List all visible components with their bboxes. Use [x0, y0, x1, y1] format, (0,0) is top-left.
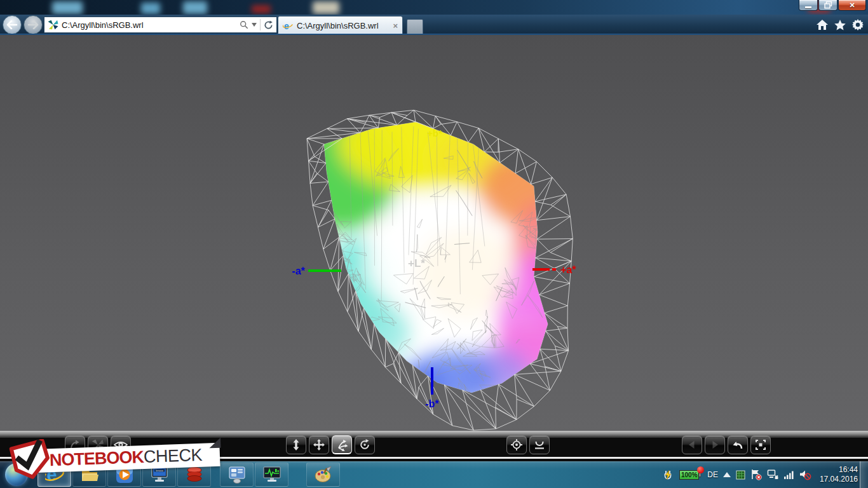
restore-icon — [824, 1, 832, 9]
study-icon — [358, 438, 371, 451]
toolbar-group-history — [682, 435, 771, 454]
clock-time: 16:44 — [820, 465, 858, 475]
forward-button[interactable] — [24, 15, 43, 34]
tab-close-icon[interactable]: × — [393, 22, 398, 30]
forward-arrow-icon — [27, 20, 39, 29]
clock-date: 17.04.2016 — [820, 475, 858, 484]
dropdown-icon[interactable] — [252, 23, 257, 27]
pan-button[interactable] — [309, 435, 329, 454]
battery-alert-dot — [697, 466, 704, 473]
hidden-icons-arrow[interactable] — [723, 472, 731, 477]
watermark-band: NOTEBOOKCHECK — [30, 443, 220, 473]
watermark-brand-light: CHECK — [143, 445, 202, 467]
close-button[interactable]: ✕ — [838, 0, 866, 11]
home-icon[interactable] — [817, 20, 828, 30]
taskbar-app-hardware-monitor[interactable] — [255, 463, 288, 487]
cortona-butterfly-icon — [48, 20, 58, 30]
fly-icon — [335, 438, 349, 452]
axis-label-neg-b: -b* — [425, 398, 439, 409]
search-icon[interactable] — [240, 20, 248, 29]
browser-command-icons — [817, 19, 864, 30]
new-tab-button[interactable] — [407, 19, 423, 35]
paint-palette-icon — [314, 466, 333, 484]
study-button[interactable] — [355, 435, 375, 454]
volume-muted-icon[interactable] — [799, 470, 811, 480]
toolbar-group-target — [506, 435, 550, 454]
restore-scene-button[interactable] — [728, 435, 748, 454]
desktop-blur-blob — [183, 1, 207, 14]
signal-bars-icon[interactable] — [783, 470, 794, 480]
hardware-monitor-icon — [262, 465, 281, 484]
power-plug-icon[interactable] — [663, 469, 674, 480]
walk-icon — [290, 438, 302, 451]
gamut-3d-render[interactable]: -a* +a* -b* +b* +L* — [273, 98, 604, 442]
taskbar-app-display-settings[interactable] — [220, 463, 254, 487]
battery-indicator[interactable]: 100% — [679, 470, 702, 480]
browser-chrome: C:\Argyll\bin\sRGB.wrl e C:\Argyll\bin\s… — [0, 15, 868, 35]
watermark-shield-checkmark-icon — [8, 439, 52, 480]
taskbar-clock[interactable]: 16:44 17.04.2016 — [820, 465, 858, 484]
axis-label-neg-a: -a* — [292, 266, 306, 276]
fit-window-icon — [754, 438, 767, 451]
screen: ✕ C:\Argyll\bin\sRGB.wrl — [0, 0, 868, 488]
address-bar[interactable]: C:\Argyll\bin\sRGB.wrl — [44, 17, 277, 33]
restore-button[interactable] — [818, 0, 837, 11]
notebookcheck-watermark: NOTEBOOKCHECK — [8, 439, 224, 481]
tools-gear-icon[interactable] — [852, 19, 864, 30]
back-button[interactable] — [3, 15, 22, 34]
axis-label-pos-b: +b* — [427, 128, 442, 139]
next-view-button[interactable] — [705, 435, 725, 454]
close-icon: ✕ — [849, 1, 855, 10]
url-text[interactable]: C:\Argyll\bin\sRGB.wrl — [62, 20, 236, 30]
internet-explorer-icon: e — [283, 21, 293, 31]
desktop-blur-blob — [252, 5, 271, 13]
walk-button[interactable] — [286, 435, 306, 454]
seek-icon — [533, 438, 546, 451]
battery-level: 100% — [681, 471, 698, 478]
show-desktop-button[interactable] — [860, 461, 868, 488]
pan-icon — [313, 438, 325, 451]
network-plug-icon[interactable] — [767, 469, 778, 480]
taskbar-app-paint[interactable] — [306, 463, 340, 487]
fly-button[interactable] — [332, 435, 352, 454]
separator — [260, 19, 261, 30]
display-settings-icon — [227, 465, 247, 484]
minimize-icon — [805, 6, 811, 8]
system-tray: 100% DE — [663, 461, 858, 488]
gamut-solid-colors — [283, 98, 583, 408]
axis-label-pos-a: +a* — [560, 264, 576, 275]
toolbar-group-navigation — [286, 435, 375, 454]
grid-app-icon[interactable] — [736, 470, 745, 480]
minimize-button[interactable] — [799, 0, 818, 11]
undo-arrow-icon — [731, 438, 744, 451]
watermark-brand-bold: NOTEBOOK — [50, 447, 144, 470]
previous-view-button[interactable] — [682, 435, 702, 454]
window-titlebar — [0, 0, 868, 15]
action-center-flag-icon[interactable] — [750, 469, 762, 480]
next-view-icon — [709, 439, 721, 451]
align-target-icon — [510, 438, 523, 451]
battery-tip — [699, 473, 701, 477]
previous-view-icon — [686, 439, 698, 451]
svg-text:e: e — [284, 21, 289, 31]
language-indicator[interactable]: DE — [707, 470, 718, 479]
viewport-3d[interactable]: -a* +a* -b* +b* +L* Cortona3D — [0, 35, 868, 431]
desktop-blur-blob — [313, 1, 339, 14]
desktop-blur-blob — [141, 3, 160, 14]
fit-window-button[interactable] — [750, 435, 771, 454]
back-arrow-icon — [6, 20, 18, 29]
align-button[interactable] — [506, 435, 527, 454]
tab-title: C:\Argyll\bin\sRGB.wrl — [297, 21, 389, 30]
browser-tab[interactable]: e C:\Argyll\bin\sRGB.wrl × — [278, 16, 403, 35]
axis-label-pos-l: +L* — [408, 257, 425, 269]
seek-button[interactable] — [529, 435, 550, 454]
favorites-star-icon[interactable] — [834, 20, 846, 30]
desktop-blur-blob — [52, 1, 83, 14]
refresh-icon[interactable] — [264, 20, 273, 30]
window-controls: ✕ — [799, 0, 867, 11]
